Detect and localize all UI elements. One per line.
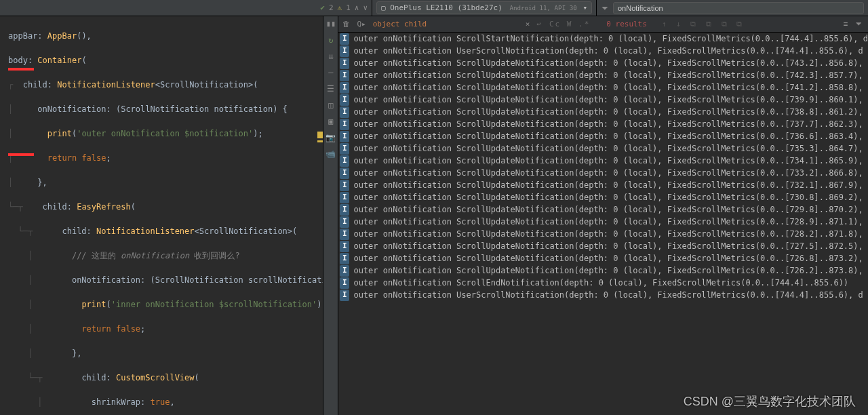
log-level-badge: I [340,119,349,130]
device-name: OnePlus LE2110 (31bde27c) [390,3,502,12]
log-level-badge: I [340,290,349,301]
annotation-mark-2 [8,153,34,156]
log-message: outer onNotification ScrollUpdateNotific… [353,264,863,277]
inspection-widget[interactable]: ✔2 ⚠1 ∧ ∨ [0,0,372,16]
log-line: Iouter onNotification ScrollUpdateNotifi… [338,81,868,94]
log-message: outer onNotification ScrollUpdateNotific… [353,155,863,167]
log-toolbar: ▮▮ ↻ ⇊ — ☰ ◫ ▣ 📷 📹 [323,16,338,415]
log-level-badge: I [340,204,349,216]
log-level-badge: I [340,167,349,179]
log-line: Iouter onNotification ScrollUpdateNotifi… [338,228,868,240]
log-message: outer onNotification ScrollUpdateNotific… [353,191,863,203]
code-content[interactable]: appBar: AppBar(), body: Container( ┌ chi… [0,16,323,415]
log-line: Iouter onNotification ScrollUpdateNotifi… [338,264,868,277]
error-stripe[interactable] [316,16,323,415]
log-line: Iouter onNotification ScrollStartNotific… [338,33,868,45]
log-message: outer onNotification ScrollUpdateNotific… [353,240,863,252]
divider-icon: — [328,68,333,77]
log-line: Iouter onNotification ScrollUpdateNotifi… [338,191,868,203]
log-line: Iouter onNotification ScrollUpdateNotifi… [338,240,868,252]
log-search-bar: 🗑 Q▸ object child × ↩ Cc W .* 0 results … [338,16,868,33]
log-message: outer onNotification ScrollUpdateNotific… [353,252,863,264]
log-message: outer onNotification UserScrollNotificat… [353,45,863,57]
log-level-badge: I [340,192,349,203]
log-level-badge: I [340,131,349,142]
log-level-badge: I [340,33,349,45]
close-icon[interactable]: × [526,20,530,28]
log-message: outer onNotification ScrollStartNotifica… [353,33,868,45]
watermark: CSDN @三翼鸟数字化技术团队 [684,393,856,410]
funnel-icon[interactable]: ⏷ [601,3,609,13]
device-selector[interactable]: ▢ OnePlus LE2110 (31bde27c) Android 11, … [372,0,597,16]
log-line: Iouter onNotification ScrollUpdateNotifi… [338,142,868,155]
nav-down-icon[interactable]: ∨ [363,3,368,12]
nav-up-icon[interactable]: ∧ [355,3,359,12]
log-level-badge: I [340,143,349,155]
soft-wrap-icon[interactable]: ☰ [327,84,334,94]
screen-record-icon[interactable]: 📹 [326,149,336,159]
main-area: appBar: AppBar(), body: Container( ┌ chi… [0,16,868,415]
log-line: Iouter onNotification ScrollUpdateNotifi… [338,69,868,81]
search-term[interactable]: object child [373,20,427,28]
log-output[interactable]: Iouter onNotification ScrollStartNotific… [338,33,868,415]
log-level-badge: I [340,155,349,167]
history-icon[interactable]: ↩ [536,20,542,28]
log-message: outer onNotification ScrollUpdateNotific… [353,57,863,69]
log-message: outer onNotification ScrollUpdateNotific… [353,216,863,228]
log-message: outer onNotification ScrollUpdateNotific… [353,179,863,191]
search-filters[interactable]: ≡ ⏷ [844,20,864,28]
log-line: Iouter onNotification ScrollUpdateNotifi… [338,216,868,228]
log-line: Iouter onNotification ScrollUpdateNotifi… [338,252,868,264]
log-line: Iouter onNotification ScrollUpdateNotifi… [338,57,868,69]
log-line: Iouter onNotification ScrollUpdateNotifi… [338,155,868,167]
annotation-mark-1 [8,68,34,71]
log-line: Iouter onNotification UserScrollNotifica… [338,289,868,301]
log-level-badge: I [340,277,349,289]
warning-icon: ⚠ [338,3,342,12]
log-message: outer onNotification ScrollUpdateNotific… [353,203,863,216]
log-message: outer onNotification ScrollUpdateNotific… [353,81,863,94]
search-options[interactable]: Cc W .* [549,20,590,28]
log-line: Iouter onNotification ScrollUpdateNotifi… [338,106,868,118]
ok-count: 2 [329,3,334,12]
log-message: outer onNotification ScrollUpdateNotific… [353,106,863,118]
log-message: outer onNotification ScrollUpdateNotific… [353,118,863,130]
log-line: Iouter onNotification ScrollUpdateNotifi… [338,118,868,130]
log-level-badge: I [340,265,349,277]
log-line: Iouter onNotification ScrollEndNotificat… [338,277,868,289]
log-message: outer onNotification ScrollEndNotificati… [353,277,848,289]
log-level-badge: I [340,45,349,57]
log-level-badge: I [340,82,349,94]
log-level-badge: I [340,106,349,118]
logcat-panel: ▮▮ ↻ ⇊ — ☰ ◫ ▣ 📷 📹 🗑 Q▸ object child × ↩… [323,16,868,415]
device-detail: Android 11, API 30 [509,4,576,12]
filter-input[interactable] [613,2,864,14]
log-message: outer onNotification UserScrollNotificat… [353,289,863,301]
code-editor[interactable]: appBar: AppBar(), body: Container( ┌ chi… [0,16,323,415]
log-level-badge: I [340,229,349,240]
chevron-down-icon: ▾ [583,3,587,12]
log-line: Iouter onNotification ScrollUpdateNotifi… [338,179,868,191]
log-message: outer onNotification ScrollUpdateNotific… [353,228,863,240]
log-message: outer onNotification ScrollUpdateNotific… [353,130,863,142]
top-bar: ✔2 ⚠1 ∧ ∨ ▢ OnePlus LE2110 (31bde27c) An… [0,0,868,16]
log-line: Iouter onNotification ScrollUpdateNotifi… [338,203,868,216]
scroll-end-icon[interactable]: ⇊ [328,52,333,61]
log-level-badge: I [340,94,349,106]
layout-icon[interactable]: ▣ [328,117,333,126]
log-filter: ⏷ [597,0,868,16]
restart-icon[interactable]: ↻ [328,35,333,45]
clear-icon[interactable]: 🗑 [342,20,350,28]
log-level-badge: I [340,253,349,264]
log-level-badge: I [340,70,349,81]
log-line: Iouter onNotification ScrollUpdateNotifi… [338,130,868,142]
log-level-badge: I [340,216,349,228]
screenshot-icon[interactable]: 📷 [326,133,336,142]
search-nav[interactable]: ↑ ↓ ⧉ ⧉ ⧉ ⧉ [662,20,745,28]
split-icon[interactable]: ◫ [328,100,333,110]
log-message: outer onNotification ScrollUpdateNotific… [353,94,863,106]
log-line: Iouter onNotification UserScrollNotifica… [338,45,868,57]
log-line: Iouter onNotification ScrollUpdateNotifi… [338,167,868,179]
pause-icon[interactable]: ▮▮ [326,19,336,28]
search-icon: Q▸ [357,20,366,28]
